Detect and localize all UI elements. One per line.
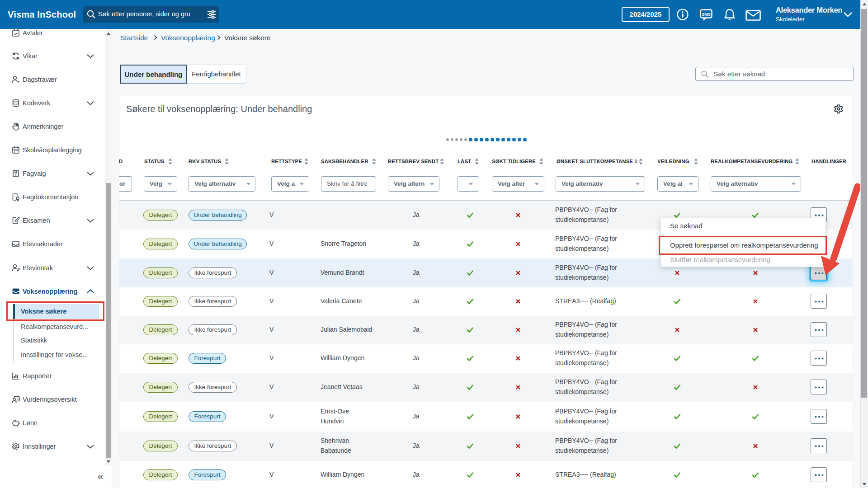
svg-text:SMS: SMS: [702, 12, 711, 17]
